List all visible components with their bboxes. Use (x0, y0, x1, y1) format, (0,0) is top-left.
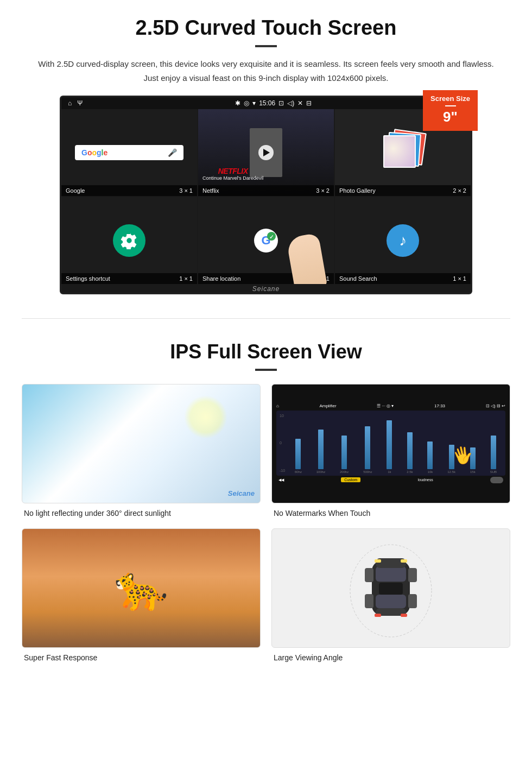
photo-stack (381, 131, 425, 174)
location-icon: ◎ (244, 99, 249, 107)
feature-no-light: Seicane No light reflecting under 360° d… (22, 384, 261, 518)
settings-app-size: 1 × 1 (179, 275, 193, 282)
eq-band: 1k (387, 413, 392, 474)
svg-rect-10 (365, 568, 373, 582)
google-search-bar[interactable]: Google 🎤 (75, 145, 183, 160)
eq-band: 2.5k (407, 413, 413, 474)
eq-band: SUB (490, 413, 497, 474)
amp-icons: ☰ ··· ◎ ▾ (377, 403, 394, 408)
amp-top-bar: ⌂ Amplifier ☰ ··· ◎ ▾ 17:33 ⊡ ◁) ⊟ ↩ (276, 403, 505, 408)
hand-area: G ✓ (198, 197, 334, 284)
netflix-logo: NETFLIX (202, 167, 263, 175)
netflix-app-size: 3 × 2 (316, 187, 330, 194)
amp-controls: ◀◀ Custom loudness (276, 476, 505, 484)
svg-rect-15 (375, 559, 381, 563)
eq-bar-label: 15k (470, 470, 476, 474)
music-note-icon: ♪ (399, 232, 407, 249)
usb-icon: Ψ (77, 99, 83, 107)
app-cell-sound[interactable]: ♪ Sound Search 1 × 1 (335, 197, 471, 284)
section1-title: 2.5D Curved Touch Screen (33, 16, 499, 40)
badge-divider (445, 105, 456, 106)
sunlight-rays (184, 395, 227, 439)
status-bar: ⌂ Ψ ✱ ◎ ▾ 15:06 ⊡ ◁) ✕ ⊟ (61, 97, 471, 109)
feature-large-angle-label: Large Viewing Angle (271, 653, 510, 662)
eq-bar (295, 439, 301, 469)
eq-bar-label: 100hz (316, 470, 325, 474)
hand-shape (286, 233, 327, 284)
feature-grid: Seicane No light reflecting under 360° d… (22, 384, 510, 662)
netflix-overlay: NETFLIX Continue Marvel's Daredevil (202, 167, 263, 181)
bluetooth-icon: ✱ (235, 99, 240, 107)
eq-bar-label: 60hz (295, 470, 302, 474)
cheetah-shape: 🐆 (114, 563, 168, 614)
section2-title: IPS Full Screen View (22, 340, 510, 363)
camera-icon: ⊡ (278, 99, 284, 107)
svg-rect-11 (408, 568, 417, 582)
wifi-icon: ▾ (252, 99, 256, 107)
eq-bar-label: SUB (490, 470, 497, 474)
eq-bar-label: 10k (428, 470, 433, 474)
settings-app-name: Settings shortcut (66, 275, 110, 282)
svg-rect-7 (376, 595, 406, 608)
eq-bar (491, 436, 496, 469)
netflix-subtitle: Continue Marvel's Daredevil (202, 175, 263, 181)
unknown-icon2: ⊟ (306, 99, 312, 107)
svg-rect-12 (365, 594, 373, 608)
eq-band: 60hz (295, 413, 302, 474)
eq-bars-container: 60hz100hz200hz500hz1k2.5k10k12.5k15kSUB (288, 413, 503, 474)
settings-icon-wrap (113, 224, 145, 257)
eq-labels-left: 100-10 (278, 413, 287, 474)
svg-rect-17 (375, 614, 381, 617)
svg-rect-13 (408, 594, 417, 608)
eq-band: 10k (427, 413, 433, 474)
device-screen: ⌂ Ψ ✱ ◎ ▾ 15:06 ⊡ ◁) ✕ ⊟ (60, 96, 472, 294)
play-button[interactable] (258, 145, 274, 160)
app-cell-share[interactable]: G ✓ Share location 1 × 1 (198, 197, 334, 284)
svg-rect-14 (379, 583, 403, 595)
section-divider (22, 318, 510, 319)
eq-bar (387, 420, 392, 469)
eq-bar (427, 441, 433, 469)
title-underline (255, 45, 277, 47)
feature-no-watermarks: ⌂ Amplifier ☰ ··· ◎ ▾ 17:33 ⊡ ◁) ⊟ ↩ 100… (271, 384, 510, 518)
eq-band: 500hz (363, 413, 372, 474)
amp-prev-btn[interactable]: ◀◀ (278, 478, 284, 482)
google-app-size: 3 × 1 (179, 187, 193, 194)
status-bar-left: ⌂ Ψ (68, 99, 83, 107)
gallery-label: Photo Gallery 2 × 2 (335, 185, 471, 196)
eq-band: 200hz (340, 413, 349, 474)
sound-label: Sound Search 1 × 1 (335, 273, 471, 284)
svg-rect-18 (401, 614, 407, 617)
section1-description: With 2.5D curved-display screen, this de… (33, 57, 499, 85)
feature-large-angle: Large Viewing Angle (271, 528, 510, 662)
gallery-app-name: Photo Gallery (339, 187, 376, 194)
play-triangle-icon (263, 149, 270, 156)
screen-mockup-wrapper: Screen Size 9" ⌂ Ψ ✱ ◎ ▾ 15:06 ⊡ ◁) ✕ (60, 96, 472, 294)
status-time: 15:06 (259, 99, 275, 107)
eq-bar (365, 426, 370, 469)
gallery-app-size: 2 × 2 (453, 187, 466, 194)
settings-label: Settings shortcut 1 × 1 (61, 273, 197, 284)
unknown-icon1: ✕ (297, 99, 303, 107)
amp-status-icons: ⊡ ◁) ⊟ ↩ (486, 403, 505, 408)
sunlight-image: Seicane (22, 384, 261, 503)
amplifier-image: ⌂ Amplifier ☰ ··· ◎ ▾ 17:33 ⊡ ◁) ⊟ ↩ 100… (271, 384, 510, 503)
amp-toggle[interactable] (490, 477, 503, 483)
feature-fast-label: Super Fast Response (22, 653, 261, 662)
volume-icon: ◁) (287, 99, 294, 107)
eq-bar-label: 2.5k (407, 470, 413, 474)
app-cell-google[interactable]: Google 🎤 Google 3 × 1 (61, 109, 197, 196)
eq-bar (341, 436, 347, 469)
screen-size-badge: Screen Size 9" (423, 90, 478, 131)
svg-rect-6 (376, 566, 406, 582)
photo-card-3 (383, 135, 416, 168)
eq-bar-label: 12.5k (447, 470, 455, 474)
eq-band: 100hz (316, 413, 325, 474)
netflix-app-name: Netflix (202, 187, 219, 194)
amp-custom-btn[interactable]: Custom (341, 477, 360, 482)
app-cell-netflix[interactable]: NETFLIX Continue Marvel's Daredevil Netf… (198, 109, 334, 196)
app-cell-settings[interactable]: Settings shortcut 1 × 1 (61, 197, 197, 284)
eq-bar-label: 500hz (363, 470, 372, 474)
eq-bar-label: 200hz (340, 470, 349, 474)
amp-loudness: loudness (418, 478, 433, 482)
